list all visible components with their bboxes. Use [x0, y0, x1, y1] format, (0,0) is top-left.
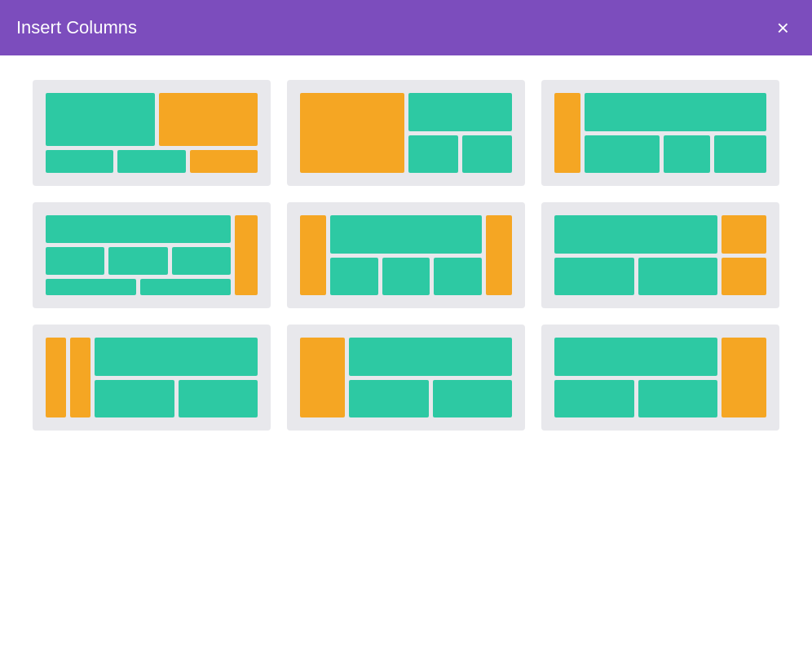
layout-card-9[interactable]: [541, 325, 779, 431]
layout-card-7[interactable]: [33, 325, 271, 431]
layout-card-3[interactable]: [541, 80, 779, 186]
layout-card-4[interactable]: [33, 202, 271, 308]
layout-preview-1: [46, 93, 258, 173]
layout-card-8[interactable]: [287, 325, 525, 431]
close-button[interactable]: ×: [770, 14, 796, 42]
layout-preview-6: [554, 215, 766, 295]
layout-card-6[interactable]: [541, 202, 779, 308]
layout-card-2[interactable]: [287, 80, 525, 186]
layout-preview-8: [300, 338, 512, 417]
layout-preview-7: [46, 338, 258, 417]
layout-preview-2: [300, 93, 512, 173]
layout-card-5[interactable]: [287, 202, 525, 308]
modal-title: Insert Columns: [16, 17, 137, 38]
layouts-grid: [33, 80, 779, 431]
modal-body: [0, 55, 812, 667]
layout-preview-9: [554, 338, 766, 417]
layout-preview-4: [46, 215, 258, 295]
modal-header: Insert Columns ×: [0, 0, 812, 55]
insert-columns-modal: Insert Columns ×: [0, 0, 812, 667]
layout-card-1[interactable]: [33, 80, 271, 186]
layout-preview-3: [554, 93, 766, 173]
layout-preview-5: [300, 215, 512, 295]
